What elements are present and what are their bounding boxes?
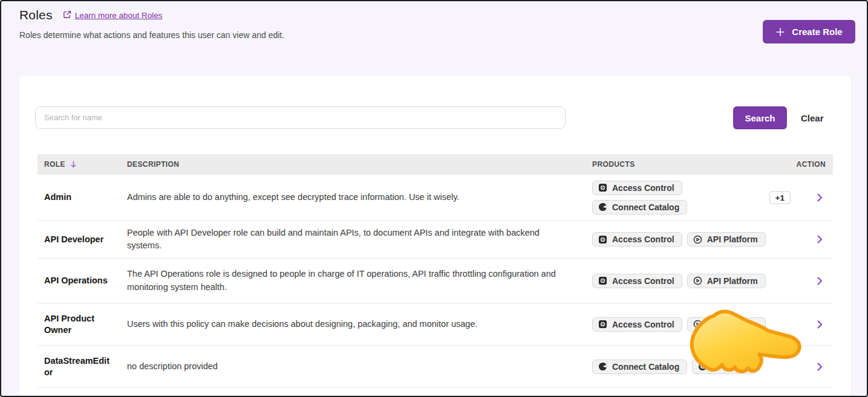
role-name: API Operations [38, 275, 127, 286]
access-control-icon [598, 276, 607, 285]
action-cell [794, 233, 833, 245]
product-chip: Access Control [592, 232, 682, 247]
role-description: The API Operations role is designed to p… [127, 268, 592, 293]
clear-button[interactable]: Clear [801, 106, 824, 129]
search-input[interactable] [35, 106, 566, 129]
product-chip: API Platform [687, 317, 766, 332]
column-header-action: ACTION [794, 160, 833, 169]
external-link-icon [63, 10, 71, 21]
role-name: API Product Owner [38, 313, 127, 336]
product-chip-label: Access Control [612, 276, 674, 286]
sort-arrow-down-icon [70, 160, 77, 169]
access-control-icon [598, 183, 607, 192]
create-role-label: Create Role [792, 27, 842, 37]
role-description: Admins are able to do anything, except s… [127, 191, 592, 204]
product-chip-label: Access Control [612, 183, 674, 193]
action-cell [794, 361, 833, 373]
role-description: Users with this policy can make decision… [127, 318, 592, 331]
access-control-icon [598, 320, 607, 329]
role-name: API Developer [38, 234, 127, 245]
action-cell [794, 192, 833, 204]
chevron-right-icon[interactable] [814, 361, 826, 373]
product-chip: API Platform [687, 274, 766, 288]
column-header-products: PRODUCTS [592, 160, 794, 169]
roles-card: Search Clear ROLE DESCRIPTION PRODUCTS A… [19, 76, 851, 397]
page-header: Roles Learn more about Roles [19, 8, 163, 22]
products-cell: Access Control Connect Catalog +1 [592, 181, 794, 215]
products-cell: Access Control API Platform [592, 274, 794, 288]
table-row-api-operations[interactable]: API Operations The API Operations role i… [38, 259, 833, 303]
search-button[interactable]: Search [733, 106, 787, 129]
products-cell: Access Control API Platform [592, 232, 794, 247]
table-row-admin[interactable]: Admin Admins are able to do anything, ex… [38, 175, 833, 221]
page-title: Roles [19, 8, 53, 22]
api-platform-icon [693, 276, 702, 285]
product-chip-label: API Platform [707, 276, 758, 286]
table-row-api-product-owner[interactable]: API Product Owner Users with this policy… [38, 303, 833, 346]
role-description: no description provided [127, 360, 592, 373]
product-icon [698, 362, 707, 371]
learn-more-link[interactable]: Learn more about Roles [63, 10, 163, 21]
product-chip: Access Control [592, 181, 682, 195]
role-description: People with API Developer role can build… [127, 227, 592, 252]
chevron-right-icon[interactable] [814, 192, 826, 204]
roles-page: Roles Learn more about Roles Roles deter… [0, 0, 868, 397]
product-chip [692, 360, 757, 374]
product-chip: Connect Catalog [592, 200, 687, 215]
product-chip-label: Connect Catalog [612, 202, 679, 212]
products-cell: Connect Catalog [592, 360, 794, 374]
action-cell [794, 318, 833, 331]
product-chip: Access Control [592, 317, 682, 332]
access-control-icon [598, 235, 607, 244]
page-subtitle: Roles determine what actions and feature… [19, 30, 284, 40]
roles-table: ROLE DESCRIPTION PRODUCTS ACTION Admin A… [38, 154, 833, 388]
chevron-right-icon[interactable] [814, 275, 826, 287]
action-cell [794, 275, 833, 287]
role-name: DataStreamEditor [38, 355, 127, 378]
table-row-datastreameditor[interactable]: DataStreamEditor no description provided… [38, 346, 833, 388]
product-chip-label: Access Control [612, 320, 674, 329]
column-header-description[interactable]: DESCRIPTION [127, 160, 592, 169]
product-chip-label: Access Control [612, 234, 674, 244]
table-header-row: ROLE DESCRIPTION PRODUCTS ACTION [38, 154, 833, 175]
connect-catalog-icon [598, 202, 607, 211]
column-header-role-label: ROLE [44, 160, 65, 169]
product-chip-label: Connect Catalog [612, 362, 679, 372]
connect-catalog-icon [598, 362, 607, 371]
more-products-badge[interactable]: +1 [769, 191, 791, 204]
product-chip: Access Control [592, 274, 682, 288]
chevron-right-icon[interactable] [814, 233, 826, 245]
column-header-role[interactable]: ROLE [38, 160, 127, 169]
chevron-right-icon[interactable] [814, 318, 826, 331]
table-row-api-developer[interactable]: API Developer People with API Developer … [38, 221, 833, 259]
product-chip-label: API Platform [707, 234, 758, 244]
role-name: Admin [38, 192, 127, 203]
api-platform-icon [693, 235, 702, 244]
products-cell: Access Control API Platform [592, 317, 794, 332]
api-platform-icon [693, 320, 702, 329]
create-role-button[interactable]: Create Role [763, 20, 855, 44]
product-chip: Connect Catalog [592, 360, 687, 374]
product-chip-label: API Platform [707, 320, 758, 329]
learn-more-label: Learn more about Roles [75, 11, 163, 20]
product-chip: API Platform [687, 232, 766, 247]
plus-icon [775, 27, 785, 37]
